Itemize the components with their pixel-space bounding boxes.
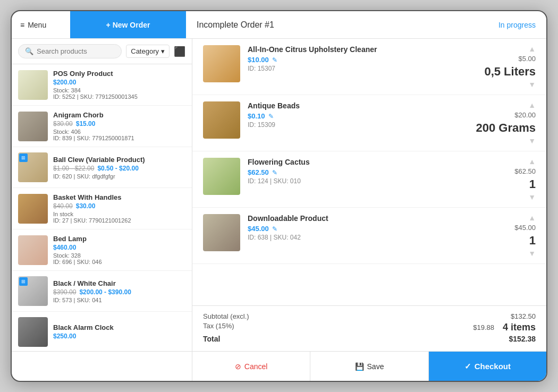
product-thumbnail [18, 317, 48, 347]
tax-label: Tax (15%) [203, 322, 234, 333]
order-item-thumbnail [203, 158, 240, 195]
order-item-id: ID: 15307 [248, 65, 464, 72]
order-item-info: Antique Beads $0.10 ✎ ID: 15309 [248, 101, 464, 129]
checkmark-icon: ✓ [464, 362, 471, 371]
barcode-icon[interactable]: ⬛ [174, 46, 185, 57]
save-button[interactable]: 💾 Save [310, 352, 428, 381]
subtotal-row: Subtotal (excl.) $132.50 [203, 312, 536, 320]
chevron-up-icon[interactable]: ▲ [528, 101, 536, 109]
list-item[interactable]: Black Alarm Clock $250.00 [12, 312, 192, 351]
product-price-current: $30.00 [76, 202, 96, 210]
right-panel: All-In-One Citrus Upholstery Cleaner $10… [192, 39, 546, 351]
product-stock: Stock: 406 [53, 129, 185, 135]
product-name: Black Alarm Clock [53, 323, 185, 331]
product-price-current: $200.00 - $390.00 [79, 288, 131, 296]
chevron-down-icon[interactable]: ▼ [528, 137, 536, 144]
product-sku: ID: 573 | SKU: 041 [53, 297, 185, 303]
edit-icon[interactable]: ✎ [268, 113, 274, 120]
order-item-subtotal: $45.00 [514, 224, 536, 232]
product-info: Basket With Handles $40.00 $30.00 In sto… [53, 193, 185, 224]
product-stock: Stock: 384 [53, 87, 185, 93]
order-item: Flowering Cactus $62.50 ✎ ID: 124 | SKU:… [192, 151, 546, 208]
footer-left [12, 352, 192, 381]
new-order-label: + New Order [106, 21, 150, 29]
order-item-qty: 1 [529, 234, 536, 248]
product-name: Bed Lamp [53, 235, 185, 243]
list-item[interactable]: POS Only Product $200.00 Stock: 384 ID: … [12, 64, 192, 106]
product-name: POS Only Product [53, 70, 185, 78]
checkout-button[interactable]: ✓ Checkout [429, 352, 546, 381]
list-item[interactable]: Basket With Handles $40.00 $30.00 In sto… [12, 188, 192, 229]
chevron-up-icon[interactable]: ▲ [528, 158, 536, 165]
product-price-original: $40.00 [53, 202, 73, 210]
order-item-thumbnail [203, 214, 240, 251]
search-input-wrap[interactable]: 🔍 [18, 44, 122, 58]
product-sku: ID: 620 | SKU: dfgdfgfgr [53, 173, 185, 180]
product-price-original: $390.00 [53, 288, 76, 296]
list-item[interactable]: Bed Lamp $460.00 Stock: 328 ID: 696 | SK… [12, 229, 192, 271]
order-item-price: $62.50 [248, 168, 269, 176]
order-item-thumbnail [203, 45, 240, 82]
order-title: Incomplete Order #1 [186, 20, 488, 30]
chevron-down-icon[interactable]: ▼ [528, 193, 536, 201]
product-stock: Stock: 328 [53, 252, 185, 259]
order-item: Downloadable Product $45.00 ✎ ID: 638 | … [192, 208, 546, 264]
chevron-down-icon[interactable]: ▼ [528, 250, 536, 257]
save-label: Save [367, 362, 384, 371]
chevron-down-icon: ▾ [161, 47, 165, 55]
product-thumbnail [18, 235, 48, 265]
product-price: $250.00 [53, 333, 76, 340]
order-item-subtotal: $20.00 [514, 111, 536, 119]
product-name: Black / White Chair [53, 279, 185, 287]
order-item-qty: 1 [529, 177, 536, 191]
product-price-current: $0.50 - $20.00 [97, 165, 138, 172]
variable-badge: ⊞ [19, 154, 28, 162]
list-item[interactable]: ⊞ Black / White Chair $390.00 $200.00 - … [12, 271, 192, 312]
chevron-down-icon[interactable]: ▼ [528, 81, 536, 88]
hamburger-icon: ≡ [20, 21, 24, 29]
order-item: All-In-One Citrus Upholstery Cleaner $10… [192, 39, 546, 95]
product-thumbnail: ⊞ [18, 276, 48, 306]
order-item-price: $0.10 [248, 112, 265, 120]
product-thumbnail [18, 112, 48, 141]
order-item-name: All-In-One Citrus Upholstery Cleaner [248, 45, 464, 54]
menu-button[interactable]: ≡ Menu [12, 11, 70, 38]
product-stock: In stock [53, 211, 185, 217]
product-price-current: $15.00 [76, 120, 96, 127]
order-item-name: Antique Beads [248, 101, 464, 110]
product-name: Ball Clew (Variable Product) [53, 156, 185, 164]
product-name: Anigram Chorb [53, 111, 185, 119]
tax-value: $19.88 [473, 323, 494, 331]
order-item-right: ▲ $45.00 1 ▼ [472, 214, 536, 257]
product-info: Black Alarm Clock $250.00 [53, 323, 185, 341]
list-item[interactable]: ⊞ Ball Clew (Variable Product) $1.00 - $… [12, 147, 192, 188]
order-item-name: Downloadable Product [248, 214, 464, 223]
product-list: POS Only Product $200.00 Stock: 384 ID: … [12, 64, 192, 351]
edit-icon[interactable]: ✎ [272, 225, 277, 233]
category-dropdown[interactable]: Category ▾ [126, 45, 170, 58]
cancel-icon: ⊘ [235, 362, 241, 371]
chevron-up-icon[interactable]: ▲ [528, 214, 536, 221]
left-panel: 🔍 Category ▾ ⬛ POS Only Product [12, 39, 192, 351]
order-item-right: ▲ $20.00 200 Grams ▼ [472, 101, 536, 144]
product-price: $200.00 [53, 79, 76, 86]
product-info: Anigram Chorb $30.00 $15.00 Stock: 406 I… [53, 111, 185, 141]
cancel-button[interactable]: ⊘ Cancel [192, 352, 310, 381]
cancel-label: Cancel [244, 362, 268, 371]
product-price-original: $30.00 [53, 120, 73, 127]
product-price: $460.00 [53, 244, 76, 251]
order-item-subtotal: $62.50 [514, 167, 536, 175]
edit-icon[interactable]: ✎ [272, 169, 277, 176]
order-item-id: ID: 124 | SKU: 010 [248, 177, 464, 185]
status-badge: In progress [488, 21, 546, 29]
items-count: 4 items [503, 322, 536, 333]
edit-icon[interactable]: ✎ [272, 56, 277, 64]
new-order-button[interactable]: + New Order [70, 11, 186, 38]
chevron-up-icon[interactable]: ▲ [528, 45, 536, 53]
order-item-subtotal: $5.00 [518, 55, 536, 63]
list-item[interactable]: Anigram Chorb $30.00 $15.00 Stock: 406 I… [12, 106, 192, 147]
footer-actions: ⊘ Cancel 💾 Save ✓ Checkout [192, 352, 546, 381]
subtotal-label: Subtotal (excl.) [203, 312, 249, 320]
search-input[interactable] [37, 47, 115, 55]
product-name: Basket With Handles [53, 193, 185, 201]
